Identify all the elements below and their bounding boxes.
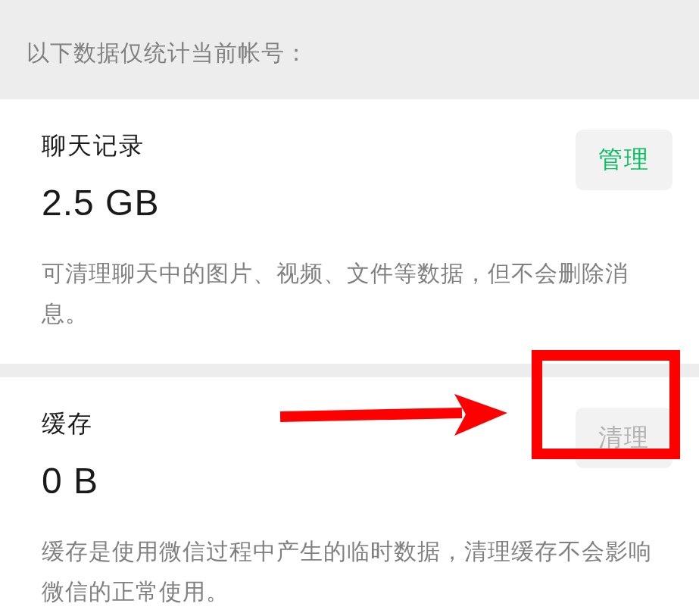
chat-history-title: 聊天记录 bbox=[42, 130, 159, 163]
cache-description: 缓存是使用微信过程中产生的临时数据，清理缓存不会影响微信的正常使用。 bbox=[42, 532, 672, 611]
chat-history-description: 可清理聊天中的图片、视频、文件等数据，但不会删除消息。 bbox=[42, 254, 672, 333]
cache-top-row: 缓存 0 B 清理 bbox=[42, 408, 672, 502]
header-section: 以下数据仅统计当前帐号： bbox=[0, 0, 699, 99]
cache-left: 缓存 0 B bbox=[42, 408, 98, 502]
account-note: 以下数据仅统计当前帐号： bbox=[27, 38, 672, 69]
chat-history-size: 2.5 GB bbox=[42, 182, 159, 224]
clear-cache-button[interactable]: 清理 bbox=[576, 408, 672, 468]
cache-card: 缓存 0 B 清理 缓存是使用微信过程中产生的临时数据，清理缓存不会影响微信的正… bbox=[0, 377, 699, 616]
manage-button[interactable]: 管理 bbox=[576, 130, 672, 190]
chat-history-card: 聊天记录 2.5 GB 管理 可清理聊天中的图片、视频、文件等数据，但不会删除消… bbox=[0, 99, 699, 364]
cache-title: 缓存 bbox=[42, 408, 98, 441]
chat-history-top-row: 聊天记录 2.5 GB 管理 bbox=[42, 130, 672, 224]
cache-size: 0 B bbox=[42, 460, 98, 502]
chat-history-left: 聊天记录 2.5 GB bbox=[42, 130, 159, 224]
